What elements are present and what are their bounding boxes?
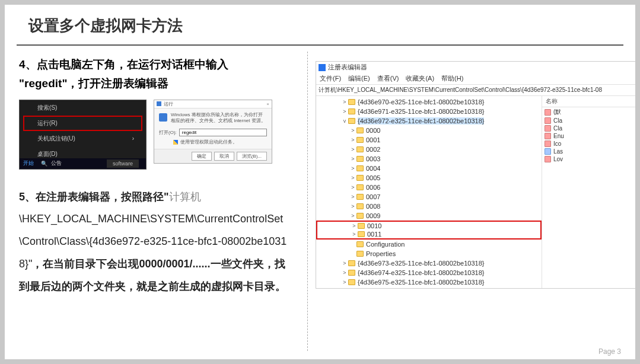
folder-icon <box>358 223 365 229</box>
tree-item[interactable]: Properties <box>316 249 542 258</box>
value-row[interactable]: Las <box>542 148 635 155</box>
tree-item-label: {4d36e975-e325-11ce-bfc1-08002be10318} <box>358 279 484 286</box>
regedit-body: >{4d36e970-e325-11ce-bfc1-08002be10318}>… <box>316 96 635 288</box>
tree-expand-icon[interactable]: > <box>349 127 356 133</box>
start-button[interactable]: 开始 <box>20 159 37 167</box>
folder-icon <box>348 270 355 276</box>
tree-item-label: 0001 <box>366 136 380 143</box>
tree-item[interactable]: >0006 <box>316 183 542 192</box>
run-titlebar: 运行 × <box>154 100 272 108</box>
step5-gray: 计算机 <box>169 191 201 203</box>
tree-expand-icon[interactable]: > <box>349 137 356 143</box>
menu-file[interactable]: 文件(F) <box>320 74 341 83</box>
tree-expand-icon[interactable]: > <box>349 203 356 209</box>
ok-button[interactable]: 确定 <box>192 152 212 161</box>
tree-item[interactable]: >{4d36e975-e325-11ce-bfc1-08002be10318} <box>316 277 542 287</box>
tree-expand-icon[interactable]: > <box>341 99 348 105</box>
step4-heading: 4、点击电脑左下角，在运行对话框中输入 "regedit"，打开注册表编辑器 <box>19 55 287 94</box>
value-row[interactable]: Enu <box>542 132 635 140</box>
regedit-menubar: 文件(F) 编辑(E) 查看(V) 收藏夹(A) 帮助(H) <box>316 73 635 85</box>
value-row[interactable]: Ico <box>542 140 635 148</box>
menu-edit[interactable]: 编辑(E) <box>348 74 370 83</box>
value-type-icon <box>545 109 551 116</box>
value-row[interactable]: (默 <box>542 107 635 117</box>
step4-number: 4、 <box>19 58 37 71</box>
tree-expand-icon[interactable]: > <box>349 194 356 200</box>
tree-expand-icon[interactable]: > <box>341 279 348 285</box>
run-body: Windows 将根据你所输入的名称，为你打开相应的程序、文件夹、文档或 Int… <box>154 108 272 149</box>
tree-item[interactable]: >0009 <box>316 211 542 221</box>
tree-item-label: {4d36e973-e325-11ce-bfc1-08002be10318} <box>358 260 484 267</box>
page-number: Page 3 <box>598 347 621 356</box>
browse-button[interactable]: 浏览(B)... <box>237 152 267 161</box>
search-icon[interactable]: 🔍 <box>37 161 51 167</box>
tree-item-label: {4d36e972-e325-11ce-bfc1-08002be10318} <box>358 117 484 124</box>
value-row[interactable]: Lov <box>542 155 635 163</box>
menu-fav[interactable]: 收藏夹(A) <box>406 74 434 83</box>
tree-item[interactable]: Configuration <box>316 240 542 249</box>
tree-expand-icon[interactable]: > <box>351 223 358 229</box>
run-buttons: 确定 取消 浏览(B)... <box>154 149 272 163</box>
tree-item[interactable]: >0007 <box>316 192 542 202</box>
tree-item[interactable]: >0002 <box>316 145 542 154</box>
tree-item[interactable]: >0008 <box>316 202 542 211</box>
tree-expand-icon[interactable]: > <box>349 146 356 152</box>
tree-item[interactable]: >{4d36e970-e325-11ce-bfc1-08002be10318} <box>316 97 542 107</box>
tree-item[interactable]: >{4d36e974-e325-11ce-bfc1-08002be10318} <box>316 268 542 277</box>
tree-item[interactable]: >0005 <box>316 173 542 183</box>
run-input[interactable] <box>179 129 267 136</box>
regedit-path-bar[interactable]: 计算机\HKEY_LOCAL_MACHINE\SYSTEM\CurrentCon… <box>316 85 635 96</box>
folder-icon <box>356 184 364 190</box>
tree-expand-icon[interactable]: v <box>341 118 348 124</box>
tree-item[interactable]: >0003 <box>316 154 542 164</box>
value-name: (默 <box>553 108 561 116</box>
tree-item[interactable]: >0004 <box>316 164 542 173</box>
menu-help[interactable]: 帮助(H) <box>441 74 463 83</box>
tree-expand-icon[interactable]: > <box>351 231 358 237</box>
value-name: Cla <box>553 117 562 124</box>
start-search-label: 搜索(S) <box>37 104 57 112</box>
folder-icon <box>356 137 364 143</box>
start-shutdown[interactable]: 关机或注销(U) › <box>20 131 146 146</box>
tree-expand-icon[interactable]: > <box>341 270 348 276</box>
menu-view[interactable]: 查看(V) <box>377 74 399 83</box>
close-icon[interactable]: × <box>266 101 269 107</box>
start-search[interactable]: 搜索(S) <box>20 100 146 116</box>
regedit-tree[interactable]: >{4d36e970-e325-11ce-bfc1-08002be10318}>… <box>316 96 542 288</box>
column-divider <box>307 52 308 351</box>
cancel-button[interactable]: 取消 <box>214 152 234 161</box>
tree-expand-icon[interactable]: > <box>349 184 356 190</box>
folder-icon <box>356 241 364 247</box>
value-row[interactable]: Cla <box>542 117 635 124</box>
tree-expand-icon[interactable]: > <box>349 156 356 162</box>
start-menu-screenshot: 搜索(S) 运行(R) 关机或注销(U) › 桌面(D) 开始 🔍 <box>19 100 147 170</box>
slide-title: 设置多个虚拟网卡方法 <box>28 15 612 36</box>
tree-item-label: 0008 <box>366 203 380 210</box>
left-column: 4、点击电脑左下角，在运行对话框中输入 "regedit"，打开注册表编辑器 搜… <box>5 48 301 359</box>
tree-item[interactable]: >0000 <box>316 126 542 135</box>
tree-expand-icon[interactable]: > <box>349 213 356 219</box>
tree-item[interactable]: >0011 <box>316 230 542 240</box>
tree-expand-icon[interactable]: > <box>349 175 356 181</box>
taskbar: 开始 🔍 公告 software <box>20 158 146 169</box>
tree-item[interactable]: >{4d36e973-e325-11ce-bfc1-08002be10318} <box>316 258 542 268</box>
chevron-right-icon: › <box>132 135 134 142</box>
tree-item[interactable]: >0001 <box>316 135 542 145</box>
tree-item-label: 0005 <box>366 174 380 181</box>
tree-expand-icon[interactable]: > <box>341 260 348 266</box>
tree-item-label: 0011 <box>367 231 381 238</box>
tree-item-label: {4d36e971-e325-11ce-bfc1-08002be10318} <box>358 108 484 115</box>
tree-item[interactable]: v{4d36e972-e325-11ce-bfc1-08002be10318} <box>316 116 542 126</box>
folder-icon <box>348 108 355 114</box>
taskbar-software[interactable]: software <box>107 159 139 168</box>
run-dialog-screenshot: 运行 × Windows 将根据你所输入的名称，为你打开相应的程序、文件夹、文档… <box>154 100 272 164</box>
values-header: 名称 <box>542 96 635 107</box>
tree-item-label: 0006 <box>366 184 380 191</box>
start-run-highlighted[interactable]: 运行(R) <box>23 116 142 131</box>
folder-icon <box>356 213 364 219</box>
tree-expand-icon[interactable]: > <box>341 108 348 114</box>
tree-item[interactable]: >{4d36e971-e325-11ce-bfc1-08002be10318} <box>316 107 542 116</box>
tree-item[interactable]: >0010 <box>316 221 542 230</box>
tree-expand-icon[interactable]: > <box>349 165 356 171</box>
value-row[interactable]: Cla <box>542 124 635 132</box>
